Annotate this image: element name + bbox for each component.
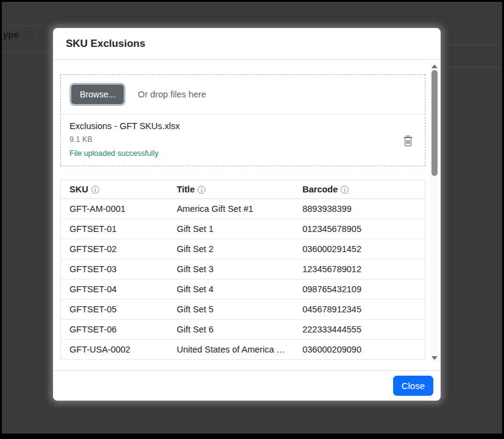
cell-barcode: 098765432109 [294, 279, 425, 300]
table-row: GFT-AM-0001America Gift Set #18893938399 [61, 199, 425, 219]
table-row: GFT-USA-0002United States of America Gif… [61, 340, 425, 360]
cell-barcode: 036000209090 [294, 340, 425, 360]
cell-title: Gift Set 2 [168, 239, 294, 259]
column-header-sku: SKUi [61, 180, 168, 199]
cell-barcode: 222333444555 [294, 320, 425, 340]
modal-title: SKU Exclusions [66, 38, 145, 50]
modal-body: Browse... Or drop files here Exclusions … [53, 60, 441, 370]
backdrop-table-line [2, 52, 53, 52]
table-row: GFTSET-04Gift Set 4098765432109 [61, 279, 425, 300]
cell-barcode: 036000291452 [294, 239, 425, 259]
cell-barcode: 123456789012 [294, 259, 425, 279]
backdrop-table-line [437, 44, 502, 45]
backdrop-column-header-label: ype [3, 29, 19, 40]
close-button[interactable]: Close [393, 376, 433, 396]
info-icon[interactable]: i [197, 186, 205, 194]
table-row: GFTSET-05Gift Set 5045678912345 [61, 300, 425, 320]
cell-title: Gift Set 3 [168, 259, 294, 279]
info-icon[interactable]: i [341, 186, 349, 194]
sku-exclusions-table: SKUi Titlei Barcodei GFT-AM-0001America … [60, 180, 425, 360]
table-row: GFTSET-03Gift Set 3123456789012 [61, 259, 425, 279]
cell-sku: GFT-AM-0001 [61, 199, 168, 219]
backdrop-table-line [2, 26, 53, 26]
info-icon: i [25, 30, 33, 38]
table-row: GFTSET-02Gift Set 2036000291452 [61, 239, 425, 259]
column-header-barcode: Barcodei [294, 180, 425, 199]
upload-status-message: File uploaded successfully [69, 149, 416, 158]
table-header-row: SKUi Titlei Barcodei [61, 180, 425, 199]
scrollbar-thumb[interactable] [431, 70, 438, 176]
cell-sku: GFT-USA-0002 [61, 340, 168, 360]
backdrop-column-header: ype i [3, 29, 33, 40]
cell-barcode: 8893938399 [294, 199, 425, 219]
cell-title: Gift Set 1 [168, 219, 294, 239]
uploaded-file-item: Exclusions - GFT SKUs.xlsx 9.1 KB File u… [61, 114, 425, 166]
cell-barcode: 012345678905 [294, 219, 425, 239]
scroll-down-icon[interactable] [430, 353, 439, 362]
trash-icon [403, 135, 413, 147]
cell-sku: GFTSET-05 [61, 300, 168, 320]
info-icon[interactable]: i [91, 186, 99, 194]
cell-sku: GFTSET-04 [61, 279, 168, 300]
cell-sku: GFTSET-01 [61, 219, 168, 239]
drop-files-hint: Or drop files here [138, 90, 206, 99]
cell-title: Gift Set 6 [168, 320, 294, 340]
column-header-title: Titlei [168, 180, 294, 199]
cell-title: America Gift Set #1 [168, 199, 294, 219]
backdrop-table-line [437, 67, 502, 68]
cell-title: Gift Set 5 [168, 300, 294, 320]
browse-row: Browse... Or drop files here [61, 75, 425, 114]
cell-barcode: 045678912345 [294, 300, 425, 320]
modal-header: SKU Exclusions [53, 28, 441, 60]
uploaded-file-name: Exclusions - GFT SKUs.xlsx [69, 121, 416, 131]
cell-title: United States of America Gift ... [168, 340, 294, 360]
cell-sku: GFTSET-03 [61, 259, 168, 279]
modal-footer: Close [53, 370, 441, 401]
table-row: GFTSET-01Gift Set 1012345678905 [61, 219, 425, 239]
uploaded-file-size: 9.1 KB [69, 135, 416, 144]
scroll-up-icon[interactable] [430, 62, 439, 71]
delete-file-button[interactable] [402, 134, 414, 150]
file-dropzone[interactable]: Browse... Or drop files here Exclusions … [60, 74, 425, 166]
cell-title: Gift Set 4 [168, 279, 294, 300]
browse-button[interactable]: Browse... [71, 85, 124, 104]
cell-sku: GFTSET-02 [61, 239, 168, 259]
table-row: GFTSET-06Gift Set 6222333444555 [61, 320, 425, 340]
sku-exclusions-modal: SKU Exclusions Browse... Or drop files h… [53, 28, 441, 401]
cell-sku: GFTSET-06 [61, 320, 168, 340]
modal-scrollbar[interactable] [430, 62, 439, 362]
